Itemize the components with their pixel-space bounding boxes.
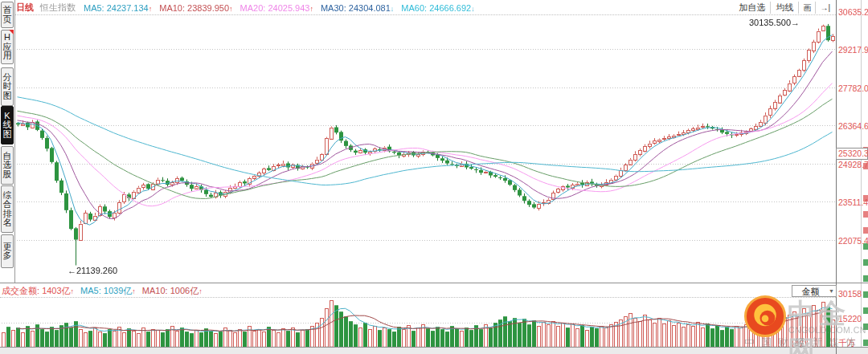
high-price-annotation: 30135.500→ — [749, 18, 800, 27]
sidebar-item-home[interactable]: 首 页 — [1, 2, 14, 28]
price-axis-label: 22075.43 — [838, 236, 868, 246]
draw-icon[interactable]: 画 — [798, 2, 815, 14]
amount-type-dropdown[interactable]: 金额 ▼ — [792, 285, 837, 297]
clipped-text-fragment — [863, 259, 868, 266]
amount-dropdown-value: 金额 — [792, 287, 829, 296]
ma60-indicator: MA60: 24666.692↓ — [401, 3, 474, 13]
clipped-text-fragment — [863, 340, 868, 346]
price-axis-line — [836, 0, 837, 354]
low-price-annotation: ←21139.260 — [68, 266, 117, 275]
sidebar-item-kline-chart[interactable]: K 线 图 — [1, 106, 14, 144]
period-label[interactable]: 日线 — [16, 2, 34, 14]
price-axis-label: 23511.40 — [838, 197, 868, 207]
add-watchlist-button[interactable]: 加自选 — [734, 2, 770, 14]
vol-ma10-label: MA10: — [142, 286, 168, 295]
price-axis-label: 27782.00 — [838, 83, 868, 93]
sidebar: 首 页H 应 用分 时 图K 线 图自 选 股综 合 排 名更 多 — [0, 0, 15, 283]
vol-ma5-value: 1039亿 — [104, 286, 132, 295]
turnover-value: 1403亿 — [42, 286, 70, 295]
clipped-text-fragment — [863, 275, 868, 282]
sidebar-item-watchlist[interactable]: 自 选 股 — [1, 146, 14, 185]
vol-ma5-label: MA5: — [80, 286, 101, 295]
sidebar-item-time-chart[interactable]: 分 时 图 — [1, 67, 14, 106]
arrow-left-icon: ← — [68, 266, 76, 275]
symbol-label: 恒生指数 — [40, 2, 76, 14]
price-axis-label: 24928.72 — [838, 160, 868, 169]
indicator-bar: 日线 恒生指数 MA5: 24237.134↑MA10: 23839.950↑M… — [16, 2, 482, 14]
volume-axis-mid: 15220 — [838, 314, 862, 323]
chart-toolbar: 加自选 均线 画 →| — [734, 1, 834, 14]
volume-axis-max: 30158 — [838, 289, 862, 299]
arrow-right-icon: → — [791, 18, 800, 27]
sidebar-item-h-app[interactable]: H 应 用 — [1, 30, 14, 64]
turnover-arrow-icon: ↑ — [71, 287, 75, 295]
notification-badge — [9, 30, 14, 35]
price-marker-box: 25320.34 — [836, 148, 868, 160]
price-axis-label: 29217.97 — [838, 45, 868, 55]
vol-ma5-arrow-icon: ↑ — [132, 287, 136, 295]
pane-divider — [0, 283, 868, 283]
sidebar-item-more[interactable]: 更 多 — [1, 234, 14, 268]
chart-bottom-border — [0, 347, 868, 348]
clipped-text-fragment — [863, 291, 868, 298]
price-axis-label: 26364.68 — [838, 121, 868, 131]
chevron-down-icon: ▼ — [829, 288, 836, 294]
volume-header-divider — [0, 297, 836, 298]
collapse-panel-icon[interactable]: →| — [815, 2, 834, 14]
volume-indicator-bar: 成交金额: 1403亿↑ MA5: 1039亿↑ MA10: 1006亿↑ — [2, 285, 209, 296]
price-axis-label: 30635.29 — [838, 7, 868, 17]
trading-app-window: 日线 恒生指数 MA5: 24237.134↑MA10: 23839.950↑M… — [0, 0, 868, 354]
vol-ma10-value: 1006亿 — [170, 286, 199, 295]
ma-toggle-button[interactable]: 均线 — [770, 2, 798, 14]
ma30-indicator: MA30: 24304.081↓ — [321, 3, 394, 13]
bottom-strip — [0, 348, 868, 354]
ma-indicator-values: MA5: 24237.134↑MA10: 23839.950↑MA20: 240… — [84, 3, 482, 13]
clipped-text-fragment — [863, 307, 868, 314]
clipped-text-fragment — [863, 227, 868, 234]
topbar-divider — [14, 14, 836, 15]
volume-axis-unit: 千万 — [838, 338, 855, 349]
price-chart-canvas[interactable] — [14, 14, 836, 283]
sidebar-item-ranking[interactable]: 综 合 排 名 — [1, 185, 14, 233]
clipped-text-fragment — [863, 211, 868, 218]
turnover-label: 成交金额: — [2, 286, 39, 295]
clipped-text-fragment — [863, 323, 868, 330]
volume-chart-canvas[interactable] — [2, 298, 836, 347]
ma5-indicator: MA5: 24237.134↑ — [84, 3, 152, 13]
ma20-indicator: MA20: 24025.943↑ — [240, 3, 313, 13]
ma10-indicator: MA10: 23839.950↑ — [159, 3, 232, 13]
vol-ma10-arrow-icon: ↑ — [199, 287, 203, 295]
